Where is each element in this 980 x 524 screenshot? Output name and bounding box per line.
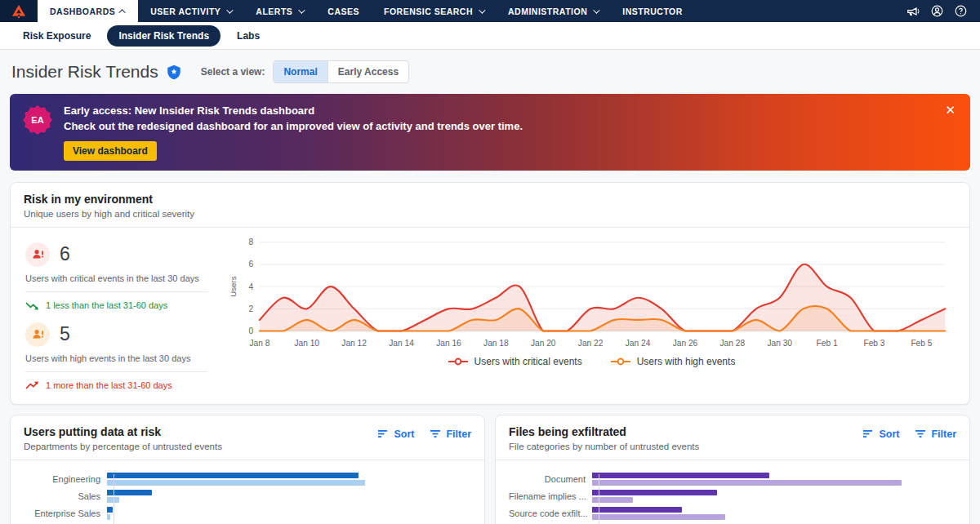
bar-primary [592, 507, 682, 513]
page-header: Insider Risk Trends Select a view: Norma… [0, 50, 980, 92]
line-chart: 02468UsersJan 8Jan 10Jan 12Jan 14Jan 16J… [226, 234, 956, 353]
bar-track [107, 507, 471, 520]
nav-item-administration[interactable]: ADMINISTRATION [496, 0, 610, 22]
users-card-title: Users putting data at risk [24, 425, 222, 438]
axis-line [599, 474, 599, 524]
filter-button[interactable]: Filter [430, 429, 471, 440]
svg-text:Feb 3: Feb 3 [863, 339, 884, 348]
files-card-subtitle: File categories by number of untrusted e… [509, 442, 699, 451]
bar-row: Document [509, 473, 956, 486]
view-option-normal[interactable]: Normal [274, 61, 327, 82]
bar-category-label: Document [509, 474, 592, 484]
nav-item-label: ADMINISTRATION [508, 7, 587, 16]
trend-down-icon [25, 300, 39, 311]
bar-category-label: Engineering [24, 474, 107, 484]
nav-item-label: CASES [327, 7, 359, 16]
bar-track [107, 473, 471, 486]
legend-label: Users with critical events [474, 356, 582, 367]
nav-items: DASHBOARDSUSER ACTIVITYALERTSCASESFORENS… [38, 0, 906, 22]
chevron-up-icon [119, 9, 126, 16]
view-toggle: NormalEarly Access [273, 60, 409, 83]
nav-item-dashboards[interactable]: DASHBOARDS [38, 0, 138, 22]
bar-track [592, 473, 956, 486]
sort-button[interactable]: Sort [378, 429, 414, 440]
code42-logo-icon [11, 4, 26, 19]
risk-card-title: Risk in my environment [24, 193, 194, 206]
legend-item[interactable]: Users with high events [610, 356, 736, 367]
banner-title: Early access: New Insider Risk Trends da… [64, 104, 523, 119]
chevron-down-icon [479, 7, 485, 13]
nav-item-instructor[interactable]: INSTRUCTOR [610, 0, 695, 22]
chevron-down-icon [593, 7, 599, 13]
chevron-down-icon [226, 7, 233, 13]
risk-card-subtitle: Unique users by high and critical severi… [24, 209, 194, 219]
bar-track [592, 507, 956, 520]
svg-text:2: 2 [248, 304, 253, 313]
trend-up-icon [25, 380, 39, 391]
select-view-label: Select a view: [201, 66, 265, 78]
nav-item-label: USER ACTIVITY [150, 7, 220, 16]
stat-icon [25, 322, 50, 347]
account-icon[interactable] [931, 5, 943, 17]
users-card-subtitle: Departments by percentage of untrusted e… [24, 442, 222, 451]
view-dashboard-button[interactable]: View dashboard [64, 141, 157, 161]
announcements-icon[interactable] [906, 6, 920, 17]
svg-text:Jan 8: Jan 8 [249, 339, 270, 348]
stat-trend: 1 less than the last 31-60 days [25, 300, 221, 311]
filter-icon [915, 429, 926, 438]
sort-button[interactable]: Sort [863, 429, 899, 440]
svg-text:Jan 14: Jan 14 [389, 339, 414, 348]
svg-text:Jan 18: Jan 18 [483, 339, 509, 348]
files-exfiltrated-card: Files being exfiltrated File categories … [495, 415, 970, 524]
bar-secondary [592, 480, 902, 486]
bar-row: Enterprise Sales [24, 507, 471, 520]
tab-insider-risk-trends[interactable]: Insider Risk Trends [107, 25, 220, 47]
user-alert-icon [31, 327, 45, 341]
bar-row: Source code exfilt... [509, 507, 956, 520]
axis-line [114, 474, 114, 524]
top-navigation: DASHBOARDSUSER ACTIVITYALERTSCASESFORENS… [0, 0, 980, 22]
svg-text:Jan 28: Jan 28 [720, 339, 746, 348]
risk-environment-card: Risk in my environment Unique users by h… [10, 182, 970, 405]
nav-item-label: ALERTS [256, 7, 292, 16]
bar-primary [107, 473, 359, 478]
risk-card-header: Risk in my environment Unique users by h… [11, 183, 969, 228]
nav-item-label: FORENSIC SEARCH [384, 7, 473, 16]
chevron-down-icon [298, 7, 305, 13]
tab-labs[interactable]: Labs [225, 25, 271, 47]
nav-item-label: DASHBOARDS [50, 7, 115, 16]
view-option-early-access[interactable]: Early Access [327, 61, 408, 82]
legend-item[interactable]: Users with critical events [448, 356, 582, 367]
nav-item-cases[interactable]: CASES [315, 0, 372, 22]
bar-secondary [107, 514, 110, 520]
chart-legend: Users with critical events Users with hi… [226, 353, 956, 375]
bar-row: Engineering [24, 473, 471, 486]
sort-icon [378, 429, 389, 438]
bar-primary [592, 473, 769, 478]
users-card-header: Users putting data at risk Departments b… [11, 415, 484, 460]
nav-item-forensic-search[interactable]: FORENSIC SEARCH [372, 0, 496, 22]
nav-item-user-activity[interactable]: USER ACTIVITY [138, 0, 243, 22]
bar-category-label: Sales [24, 491, 107, 501]
divider [25, 291, 208, 292]
risk-trend-chart: 02468UsersJan 8Jan 10Jan 12Jan 14Jan 16J… [226, 234, 956, 402]
bottom-cards-row: Users putting data at risk Departments b… [10, 415, 970, 524]
svg-text:8: 8 [248, 238, 253, 246]
bar-secondary [107, 480, 365, 486]
svg-text:Jan 26: Jan 26 [673, 339, 698, 348]
bar-category-label: Source code exfilt... [509, 508, 592, 518]
nav-utility-icons [906, 0, 980, 22]
banner-close-icon[interactable]: ✕ [945, 104, 956, 116]
filter-button[interactable]: Filter [915, 429, 956, 440]
app-logo[interactable] [0, 0, 38, 22]
svg-text:Jan 12: Jan 12 [341, 339, 367, 348]
shield-icon [167, 64, 181, 80]
bar-primary [107, 507, 113, 513]
svg-text:Jan 24: Jan 24 [626, 339, 651, 348]
tab-risk-exposure[interactable]: Risk Exposure [11, 25, 102, 47]
help-icon[interactable] [955, 5, 967, 17]
svg-text:Jan 30: Jan 30 [767, 339, 792, 348]
users-card-controls: Sort Filter [378, 425, 471, 440]
early-access-banner: EA Early access: New Insider Risk Trends… [10, 94, 970, 171]
nav-item-alerts[interactable]: ALERTS [243, 0, 315, 22]
